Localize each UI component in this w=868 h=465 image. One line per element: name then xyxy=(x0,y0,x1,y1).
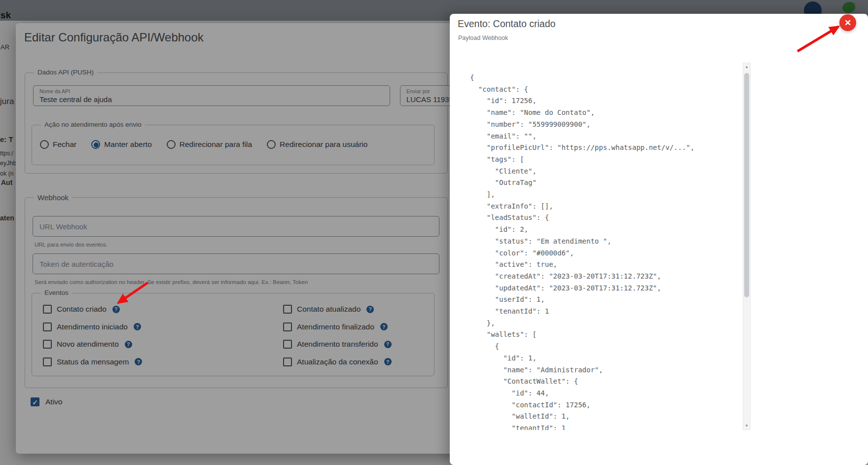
event-panel-title: Evento: Contato criado xyxy=(458,18,555,30)
payload-code-block: { "contact": { "id": 17256, "name": "Nom… xyxy=(465,72,743,430)
event-payload-panel: Evento: Contato criado Payload Webhook ✕… xyxy=(450,14,868,465)
screen: skARjurae: Tttps:/eyJhbok (nAutaten Edit… xyxy=(0,0,868,465)
scroll-down-arrow-icon[interactable]: ▼ xyxy=(743,422,750,429)
event-panel-subtitle: Payload Webhook xyxy=(458,35,508,41)
close-icon: ✕ xyxy=(844,18,851,28)
payload-json-text: { "contact": { "id": 17256, "name": "Nom… xyxy=(465,72,743,430)
scrollbar-thumb[interactable] xyxy=(744,73,749,297)
scroll-up-arrow-icon[interactable]: ▲ xyxy=(743,63,750,71)
close-panel-button[interactable]: ✕ xyxy=(839,14,856,31)
payload-scrollbar[interactable]: ▲ ▼ xyxy=(743,63,751,430)
